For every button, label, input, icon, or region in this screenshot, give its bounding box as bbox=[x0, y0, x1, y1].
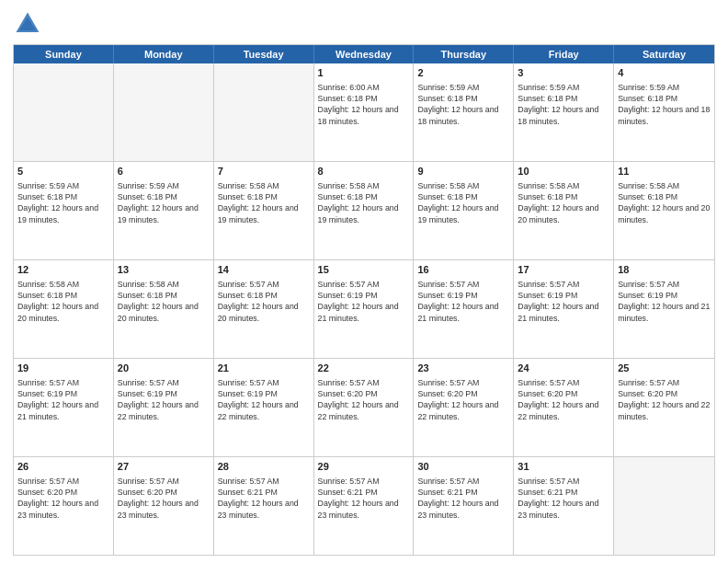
cal-header-day: Sunday bbox=[14, 45, 114, 63]
cal-cell: 26Sunrise: 5:57 AM Sunset: 6:20 PM Dayli… bbox=[14, 457, 114, 555]
cell-content: Sunrise: 5:57 AM Sunset: 6:19 PM Dayligh… bbox=[618, 279, 711, 324]
cal-row: 19Sunrise: 5:57 AM Sunset: 6:19 PM Dayli… bbox=[14, 358, 714, 456]
cal-cell: 20Sunrise: 5:57 AM Sunset: 6:19 PM Dayli… bbox=[114, 359, 214, 456]
cell-content: Sunrise: 5:57 AM Sunset: 6:20 PM Dayligh… bbox=[318, 377, 410, 422]
cal-header-day: Wednesday bbox=[314, 45, 415, 63]
cell-content: Sunrise: 5:59 AM Sunset: 6:18 PM Dayligh… bbox=[17, 180, 109, 225]
cell-content: Sunrise: 5:57 AM Sunset: 6:19 PM Dayligh… bbox=[518, 279, 609, 324]
cal-cell: 23Sunrise: 5:57 AM Sunset: 6:20 PM Dayli… bbox=[414, 359, 514, 456]
cal-cell: 24Sunrise: 5:57 AM Sunset: 6:20 PM Dayli… bbox=[514, 359, 614, 456]
cal-cell: 12Sunrise: 5:58 AM Sunset: 6:18 PM Dayli… bbox=[14, 260, 114, 358]
cell-content: Sunrise: 5:57 AM Sunset: 6:21 PM Dayligh… bbox=[318, 476, 410, 521]
calendar-header: SundayMondayTuesdayWednesdayThursdayFrid… bbox=[14, 45, 714, 63]
calendar: SundayMondayTuesdayWednesdayThursdayFrid… bbox=[13, 44, 715, 556]
cell-content: Sunrise: 5:57 AM Sunset: 6:20 PM Dayligh… bbox=[417, 377, 509, 422]
day-number: 28 bbox=[218, 460, 310, 474]
cal-row: 1Sunrise: 6:00 AM Sunset: 6:18 PM Daylig… bbox=[14, 63, 714, 161]
cal-cell: 7Sunrise: 5:58 AM Sunset: 6:18 PM Daylig… bbox=[214, 162, 314, 259]
cell-content: Sunrise: 5:57 AM Sunset: 6:19 PM Dayligh… bbox=[17, 377, 109, 422]
day-number: 8 bbox=[318, 165, 410, 178]
day-number: 29 bbox=[318, 460, 410, 474]
cal-cell: 30Sunrise: 5:57 AM Sunset: 6:21 PM Dayli… bbox=[414, 457, 514, 555]
day-number: 2 bbox=[417, 66, 509, 80]
logo-icon bbox=[13, 9, 42, 39]
cal-header-day: Friday bbox=[514, 45, 614, 63]
cell-content: Sunrise: 5:59 AM Sunset: 6:18 PM Dayligh… bbox=[417, 82, 509, 127]
day-number: 26 bbox=[17, 460, 109, 474]
cal-cell: 18Sunrise: 5:57 AM Sunset: 6:19 PM Dayli… bbox=[614, 260, 714, 358]
day-number: 17 bbox=[518, 263, 609, 277]
day-number: 23 bbox=[417, 362, 509, 375]
cal-cell: 5Sunrise: 5:59 AM Sunset: 6:18 PM Daylig… bbox=[14, 162, 114, 259]
calendar-body: 1Sunrise: 6:00 AM Sunset: 6:18 PM Daylig… bbox=[14, 63, 714, 555]
cal-cell: 4Sunrise: 5:59 AM Sunset: 6:18 PM Daylig… bbox=[614, 63, 714, 161]
day-number: 30 bbox=[417, 460, 509, 474]
cal-cell: 13Sunrise: 5:58 AM Sunset: 6:18 PM Dayli… bbox=[114, 260, 214, 358]
day-number: 25 bbox=[618, 362, 711, 375]
cal-row: 26Sunrise: 5:57 AM Sunset: 6:20 PM Dayli… bbox=[14, 456, 714, 555]
cell-content: Sunrise: 5:58 AM Sunset: 6:18 PM Dayligh… bbox=[318, 180, 410, 225]
cal-cell: 15Sunrise: 5:57 AM Sunset: 6:19 PM Dayli… bbox=[314, 260, 415, 358]
cal-cell bbox=[114, 63, 214, 161]
day-number: 27 bbox=[118, 460, 210, 474]
cell-content: Sunrise: 5:57 AM Sunset: 6:21 PM Dayligh… bbox=[218, 476, 310, 521]
day-number: 1 bbox=[318, 66, 410, 80]
cal-cell: 27Sunrise: 5:57 AM Sunset: 6:20 PM Dayli… bbox=[114, 457, 214, 555]
cal-cell: 22Sunrise: 5:57 AM Sunset: 6:20 PM Dayli… bbox=[314, 359, 415, 456]
cell-content: Sunrise: 5:57 AM Sunset: 6:19 PM Dayligh… bbox=[218, 377, 310, 422]
cal-cell bbox=[214, 63, 314, 161]
cell-content: Sunrise: 5:59 AM Sunset: 6:18 PM Dayligh… bbox=[518, 82, 609, 127]
day-number: 21 bbox=[218, 362, 310, 375]
cal-cell: 14Sunrise: 5:57 AM Sunset: 6:18 PM Dayli… bbox=[214, 260, 314, 358]
cal-cell bbox=[614, 457, 714, 555]
day-number: 10 bbox=[518, 165, 609, 178]
cal-cell: 10Sunrise: 5:58 AM Sunset: 6:18 PM Dayli… bbox=[514, 162, 614, 259]
cal-cell: 28Sunrise: 5:57 AM Sunset: 6:21 PM Dayli… bbox=[214, 457, 314, 555]
cell-content: Sunrise: 6:00 AM Sunset: 6:18 PM Dayligh… bbox=[318, 82, 410, 127]
cal-cell: 16Sunrise: 5:57 AM Sunset: 6:19 PM Dayli… bbox=[414, 260, 514, 358]
day-number: 7 bbox=[218, 165, 310, 178]
day-number: 4 bbox=[618, 66, 711, 80]
header bbox=[13, 9, 715, 39]
day-number: 5 bbox=[17, 165, 109, 178]
cal-cell: 17Sunrise: 5:57 AM Sunset: 6:19 PM Dayli… bbox=[514, 260, 614, 358]
cal-cell: 29Sunrise: 5:57 AM Sunset: 6:21 PM Dayli… bbox=[314, 457, 415, 555]
cal-cell: 8Sunrise: 5:58 AM Sunset: 6:18 PM Daylig… bbox=[314, 162, 415, 259]
cell-content: Sunrise: 5:59 AM Sunset: 6:18 PM Dayligh… bbox=[618, 82, 711, 127]
day-number: 22 bbox=[318, 362, 410, 375]
day-number: 9 bbox=[417, 165, 509, 178]
cal-row: 5Sunrise: 5:59 AM Sunset: 6:18 PM Daylig… bbox=[14, 161, 714, 259]
cal-header-day: Thursday bbox=[414, 45, 514, 63]
day-number: 6 bbox=[118, 165, 210, 178]
cell-content: Sunrise: 5:57 AM Sunset: 6:20 PM Dayligh… bbox=[17, 476, 109, 521]
cell-content: Sunrise: 5:57 AM Sunset: 6:20 PM Dayligh… bbox=[118, 476, 210, 521]
cell-content: Sunrise: 5:58 AM Sunset: 6:18 PM Dayligh… bbox=[218, 180, 310, 225]
cal-cell: 1Sunrise: 6:00 AM Sunset: 6:18 PM Daylig… bbox=[314, 63, 415, 161]
cal-cell: 9Sunrise: 5:58 AM Sunset: 6:18 PM Daylig… bbox=[414, 162, 514, 259]
cell-content: Sunrise: 5:58 AM Sunset: 6:18 PM Dayligh… bbox=[118, 279, 210, 324]
day-number: 13 bbox=[118, 263, 210, 277]
day-number: 11 bbox=[618, 165, 711, 178]
day-number: 18 bbox=[618, 263, 711, 277]
cal-cell: 21Sunrise: 5:57 AM Sunset: 6:19 PM Dayli… bbox=[214, 359, 314, 456]
cell-content: Sunrise: 5:58 AM Sunset: 6:18 PM Dayligh… bbox=[618, 180, 711, 225]
day-number: 19 bbox=[17, 362, 109, 375]
day-number: 15 bbox=[318, 263, 410, 277]
cal-row: 12Sunrise: 5:58 AM Sunset: 6:18 PM Dayli… bbox=[14, 259, 714, 358]
cal-header-day: Saturday bbox=[614, 45, 714, 63]
cal-cell: 31Sunrise: 5:57 AM Sunset: 6:21 PM Dayli… bbox=[514, 457, 614, 555]
cal-cell: 25Sunrise: 5:57 AM Sunset: 6:20 PM Dayli… bbox=[614, 359, 714, 456]
cell-content: Sunrise: 5:57 AM Sunset: 6:21 PM Dayligh… bbox=[518, 476, 609, 521]
cell-content: Sunrise: 5:59 AM Sunset: 6:18 PM Dayligh… bbox=[118, 180, 210, 225]
cell-content: Sunrise: 5:57 AM Sunset: 6:20 PM Dayligh… bbox=[518, 377, 609, 422]
day-number: 24 bbox=[518, 362, 609, 375]
cell-content: Sunrise: 5:57 AM Sunset: 6:19 PM Dayligh… bbox=[417, 279, 509, 324]
cal-cell: 6Sunrise: 5:59 AM Sunset: 6:18 PM Daylig… bbox=[114, 162, 214, 259]
day-number: 14 bbox=[218, 263, 310, 277]
day-number: 3 bbox=[518, 66, 609, 80]
cal-cell: 11Sunrise: 5:58 AM Sunset: 6:18 PM Dayli… bbox=[614, 162, 714, 259]
cal-cell: 19Sunrise: 5:57 AM Sunset: 6:19 PM Dayli… bbox=[14, 359, 114, 456]
cell-content: Sunrise: 5:58 AM Sunset: 6:18 PM Dayligh… bbox=[417, 180, 509, 225]
logo bbox=[13, 9, 46, 39]
cal-cell bbox=[14, 63, 114, 161]
